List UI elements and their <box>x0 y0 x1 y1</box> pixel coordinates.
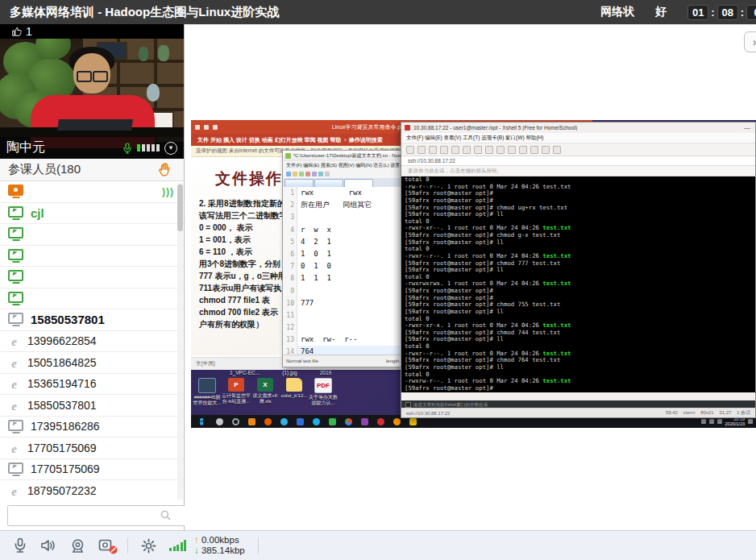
scrollbar-thumb[interactable] <box>177 185 183 231</box>
settings-gear-button[interactable] <box>141 538 156 554</box>
participant-client-icon <box>8 356 20 369</box>
screen-share-view[interactable]: 1_VPC-EC...(1).jpg2019 ######45届世界技能大...… <box>191 120 756 428</box>
microphone-icon[interactable] <box>123 143 132 154</box>
presenter-video[interactable]: 1 GUESS 陶中元 <box>0 24 184 159</box>
notification-icon <box>748 419 753 424</box>
participant-name: cjl <box>31 206 44 220</box>
participant-name: 15365194716 <box>27 377 97 390</box>
desktop-icon: ######45届世界技能大... <box>193 378 222 415</box>
timer-minutes: 08 <box>717 5 738 20</box>
taskbar-icon <box>313 418 320 425</box>
quick-access-icon <box>204 125 209 130</box>
taskbar-icon <box>297 418 304 425</box>
xshell-title: 10.30.88.17:22 - user1@master:/opt - Xsh… <box>413 125 744 131</box>
speaker-button[interactable] <box>40 538 57 553</box>
collapse-panel-button[interactable]: › <box>744 31 756 52</box>
participant-row[interactable] <box>0 246 184 268</box>
toolbar-icon <box>542 146 550 154</box>
content-area: › 1_VPC-EC...(1).jpg2019 ######45届世界技能大.… <box>185 24 756 530</box>
desktop-icon: X 讲义需求+K晟.xls <box>251 378 280 415</box>
toolbar-icon <box>485 146 493 154</box>
participant-row[interactable]: 15850537801 <box>0 309 184 331</box>
download-arrow-icon: ↓ <box>194 545 199 555</box>
xshell-menubar: 文件(F) 编辑(E) 查看(V) 工具(T) 选项卡(B) 窗口(W) 帮助(… <box>401 133 755 143</box>
participant-row[interactable]: 15365194716 <box>0 374 184 396</box>
toolbar-icon <box>293 172 297 176</box>
toolbar-icon <box>312 172 317 176</box>
line-text: rwx rwx <box>297 187 412 199</box>
upload-arrow-icon: ↑ <box>194 535 199 545</box>
toolbar-icon <box>299 172 304 176</box>
participant-client-icon <box>8 399 20 412</box>
like-bar: 1 <box>0 24 184 39</box>
tray-icon <box>709 419 714 424</box>
line-number: 5 <box>283 236 297 248</box>
toolbar-icon <box>463 146 471 154</box>
chevron-down-icon[interactable]: ▾ <box>164 142 177 155</box>
participant-name: 15850537801 <box>31 313 105 326</box>
mic-volume-meter <box>137 144 160 151</box>
terminal-line: [59afrx root@master opt]# ll <box>405 211 755 218</box>
taskbar-icon <box>264 418 272 425</box>
editor-line: 13 rwx rw- r-- <box>283 334 412 346</box>
participant-row[interactable] <box>0 224 184 246</box>
desktop-icon: PDF 关于等办大数据能力认... <box>309 378 338 415</box>
toolbar-icon <box>553 146 561 154</box>
participant-row[interactable]: 17705175069 <box>0 459 184 481</box>
search-icon[interactable] <box>160 510 171 521</box>
checkbox <box>405 402 411 408</box>
thumbs-up-icon[interactable] <box>11 26 23 37</box>
notepad-title: *C:\Users\user-17\Desktop\新建文本文档.txt - N… <box>293 152 412 160</box>
upload-rate: 0.00kbps <box>201 535 239 545</box>
xshell-app-icon <box>405 125 410 131</box>
xshell-address-bar: ssh://10.30.88.17:22 <box>401 156 755 166</box>
desktop-file-labels: 1_VPC-EC...(1).jpg2019 <box>230 370 331 375</box>
participant-name: 17395186286 <box>31 420 100 433</box>
taskbar-icon <box>248 418 255 425</box>
line-number: 7 <box>283 260 297 272</box>
like-count: 1 <box>26 25 32 38</box>
line-text: r w x <box>297 224 412 236</box>
participant-client-icon <box>8 249 23 260</box>
participant-client-icon <box>8 292 23 303</box>
bandwidth-stats: ↑ 0.00kbps ↓ 385.14kbp <box>194 535 245 556</box>
xshell-info-bar: 要添加当前会话，点击左侧的箭头按钮。 <box>401 166 755 176</box>
participant-name: 15051864825 <box>27 356 97 369</box>
taskbar-icons <box>191 418 417 425</box>
participant-client-icon <box>8 270 23 281</box>
video-frame: GUESS <box>0 34 184 137</box>
participants-scrollbar[interactable] <box>177 183 183 500</box>
editor-line: 7 0 1 0 <box>283 260 412 272</box>
participant-name: 13996622854 <box>27 334 97 347</box>
participant-row[interactable]: ))) <box>0 181 184 203</box>
notepad-toolbar <box>283 169 412 178</box>
line-number: 4 <box>283 224 297 236</box>
file-label: 关于等办大数据能力认... <box>309 395 338 406</box>
toolbar-icon <box>429 146 437 154</box>
participant-row[interactable]: 17705175069 <box>0 438 184 459</box>
raise-hand-icon[interactable] <box>159 163 171 176</box>
participant-row[interactable]: 18795072232 <box>0 480 184 501</box>
screen-record-disabled-button[interactable] <box>98 538 114 553</box>
participant-row[interactable]: cjl <box>0 203 184 225</box>
participant-row[interactable]: 15051864825 <box>0 352 184 374</box>
participant-row[interactable]: 15850537801 <box>0 395 184 417</box>
sidebar: 1 GUESS 陶中元 <box>0 24 185 530</box>
participant-row[interactable]: 17395186286 <box>0 417 184 438</box>
webcam-button[interactable] <box>70 538 85 554</box>
line-text: 1 0 1 <box>297 248 412 260</box>
desktop-file-label: (1).jpg <box>282 370 297 375</box>
file-label: 讲义需求+K晟.xls <box>251 393 280 404</box>
tray-icon <box>701 419 706 424</box>
participant-row[interactable]: 13996622854 <box>0 331 184 353</box>
terminal-line: [59afrx root@master opt]# <box>405 385 755 392</box>
line-text: 0 1 0 <box>297 260 412 272</box>
toolbar-icon <box>318 172 323 176</box>
timer-hours: 01 <box>687 5 708 20</box>
terminal-line: [59afrx root@master opt]# ll <box>405 364 755 371</box>
participant-row[interactable] <box>0 288 184 310</box>
participant-client-icon <box>8 227 23 239</box>
participant-row[interactable] <box>0 267 184 288</box>
microphone-button[interactable] <box>13 537 27 554</box>
toolbar-icon <box>286 172 291 176</box>
